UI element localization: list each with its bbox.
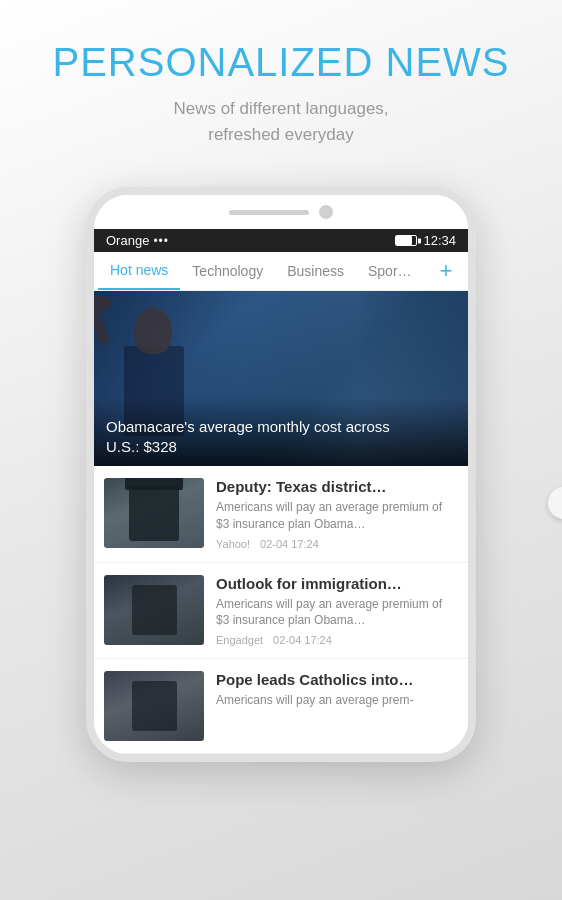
main-article-overlay: Obamacare's average monthly cost acrossU… [94,397,468,466]
news-time: 02-04 17:24 [273,634,332,646]
add-tab-button[interactable]: + [428,253,464,289]
status-right: 12:34 [395,233,456,248]
news-excerpt: Americans will pay an average premium of… [216,499,458,533]
time-label: 12:34 [423,233,456,248]
news-title: Deputy: Texas district… [216,478,458,495]
news-item[interactable]: Deputy: Texas district… Americans will p… [94,466,468,563]
tab-technology[interactable]: Technology [180,253,275,289]
phone-scroll-arrow[interactable]: › [548,487,562,519]
news-meta: Engadget 02-04 17:24 [216,634,458,646]
news-thumbnail [104,478,204,548]
main-article-image[interactable]: Obamacare's average monthly cost acrossU… [94,291,468,466]
tab-sports[interactable]: Spor… [356,253,424,289]
news-time: 02-04 17:24 [260,538,319,550]
phone-frame: Orange ••• 12:34 Hot news Technology [86,187,476,762]
news-title: Pope leads Catholics into… [216,671,458,688]
carrier-dots: ••• [153,234,169,248]
status-bar: Orange ••• 12:34 [94,229,468,252]
news-content: Deputy: Texas district… Americans will p… [216,478,458,550]
tab-business[interactable]: Business [275,253,356,289]
battery-fill [396,236,412,245]
page-title: PERSONALIZED NEWS [30,40,532,84]
news-meta: Yahoo! 02-04 17:24 [216,538,458,550]
news-list: Deputy: Texas district… Americans will p… [94,466,468,754]
news-source: Engadget [216,634,263,646]
news-title: Outlook for immigration… [216,575,458,592]
news-item[interactable]: Outlook for immigration… Americans will … [94,563,468,660]
tab-bar: Hot news Technology Business Spor… + [94,252,468,291]
carrier-label: Orange [106,233,149,248]
phone-bar-dot [319,205,333,219]
phone-mockup: Orange ••• 12:34 Hot news Technology [0,187,562,762]
news-content: Pope leads Catholics into… Americans wil… [216,671,458,714]
hero-subtitle: News of different languages,refreshed ev… [30,96,532,147]
news-item[interactable]: Pope leads Catholics into… Americans wil… [94,659,468,754]
phone-screen: Orange ••• 12:34 Hot news Technology [94,229,468,754]
news-thumbnail [104,671,204,741]
news-source: Yahoo! [216,538,250,550]
status-left: Orange ••• [106,233,169,248]
phone-bar-line [229,210,309,215]
battery-icon [395,235,417,246]
tab-hot-news[interactable]: Hot news [98,252,180,290]
news-excerpt: Americans will pay an average premium of… [216,596,458,630]
main-article-caption: Obamacare's average monthly cost acrossU… [106,417,456,456]
phone-top-bar [94,195,468,229]
news-content: Outlook for immigration… Americans will … [216,575,458,647]
news-thumbnail [104,575,204,645]
news-excerpt: Americans will pay an average prem- [216,692,458,709]
hero-section: PERSONALIZED NEWS News of different lang… [0,0,562,167]
